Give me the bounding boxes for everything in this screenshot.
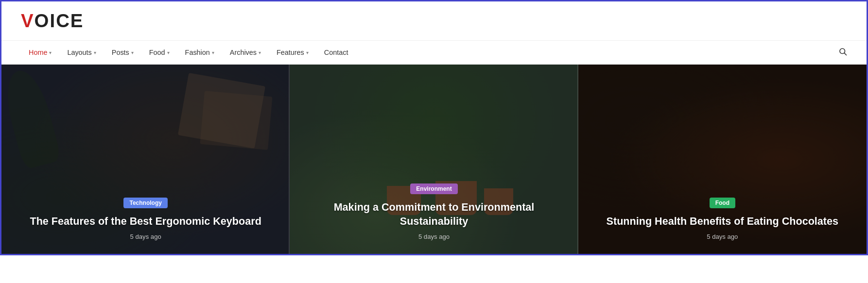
- card-content: Environment Making a Commitment to Envir…: [290, 172, 578, 254]
- nav-item-contact[interactable]: Contact: [316, 42, 356, 63]
- nav-link-home[interactable]: Home ▾: [21, 42, 59, 63]
- card-time: 5 days ago: [592, 233, 853, 240]
- chevron-down-icon: ▾: [259, 50, 261, 55]
- nav-label-home: Home: [29, 49, 47, 56]
- svg-line-1: [844, 53, 846, 55]
- chevron-down-icon: ▾: [167, 50, 170, 55]
- chevron-down-icon: ▾: [49, 50, 52, 55]
- nav-item-layouts[interactable]: Layouts ▾: [59, 42, 104, 63]
- nav-item-archives[interactable]: Archives ▾: [222, 42, 269, 63]
- card-title: The Features of the Best Ergonomic Keybo…: [15, 214, 276, 228]
- nav-item-features[interactable]: Features ▾: [269, 42, 316, 63]
- nav-item-home[interactable]: Home ▾: [21, 42, 59, 63]
- nav-item-posts[interactable]: Posts ▾: [104, 42, 141, 63]
- nav-link-features[interactable]: Features ▾: [269, 42, 316, 63]
- card-badge: Food: [710, 198, 735, 208]
- site-logo[interactable]: VOICE: [21, 10, 84, 32]
- nav-links: Home ▾ Layouts ▾ Posts ▾ Food ▾ Fashion: [21, 42, 356, 63]
- card-title: Making a Commitment to Environmental Sus…: [303, 200, 564, 228]
- nav-label-features: Features: [277, 49, 304, 56]
- main-navbar: Home ▾ Layouts ▾ Posts ▾ Food ▾ Fashion: [1, 40, 867, 65]
- card-time: 5 days ago: [303, 233, 564, 240]
- nav-label-posts: Posts: [112, 49, 129, 56]
- nav-label-layouts: Layouts: [67, 49, 91, 56]
- chevron-down-icon: ▾: [131, 50, 134, 55]
- card-item[interactable]: Technology The Features of the Best Ergo…: [1, 65, 290, 254]
- chevron-down-icon: ▾: [306, 50, 309, 55]
- card-title: Stunning Health Benefits of Eating Choco…: [592, 214, 853, 228]
- nav-link-posts[interactable]: Posts ▾: [104, 42, 141, 63]
- card-item[interactable]: Environment Making a Commitment to Envir…: [290, 65, 578, 254]
- featured-cards: Technology The Features of the Best Ergo…: [1, 65, 867, 254]
- nav-link-fashion[interactable]: Fashion ▾: [177, 42, 222, 63]
- nav-item-food[interactable]: Food ▾: [141, 42, 177, 63]
- nav-label-fashion: Fashion: [185, 49, 210, 56]
- nav-link-contact[interactable]: Contact: [316, 42, 356, 63]
- nav-label-contact: Contact: [324, 49, 348, 56]
- search-icon[interactable]: [838, 47, 847, 58]
- card-time: 5 days ago: [15, 233, 276, 240]
- card-content: Food Stunning Health Benefits of Eating …: [578, 186, 867, 254]
- card-badge: Environment: [410, 183, 457, 194]
- nav-link-layouts[interactable]: Layouts ▾: [59, 42, 104, 63]
- card-content: Technology The Features of the Best Ergo…: [1, 186, 290, 254]
- card-item[interactable]: Food Stunning Health Benefits of Eating …: [578, 65, 867, 254]
- card-badge: Technology: [123, 198, 167, 208]
- logo-text: OICE: [35, 10, 84, 31]
- chevron-down-icon: ▾: [212, 50, 214, 55]
- logo-v-accent: V: [21, 10, 35, 31]
- nav-item-fashion[interactable]: Fashion ▾: [177, 42, 222, 63]
- nav-link-archives[interactable]: Archives ▾: [222, 42, 269, 63]
- site-header: VOICE: [1, 1, 867, 40]
- chevron-down-icon: ▾: [94, 50, 96, 55]
- nav-label-archives: Archives: [230, 49, 257, 56]
- nav-link-food[interactable]: Food ▾: [141, 42, 177, 63]
- nav-label-food: Food: [149, 49, 165, 56]
